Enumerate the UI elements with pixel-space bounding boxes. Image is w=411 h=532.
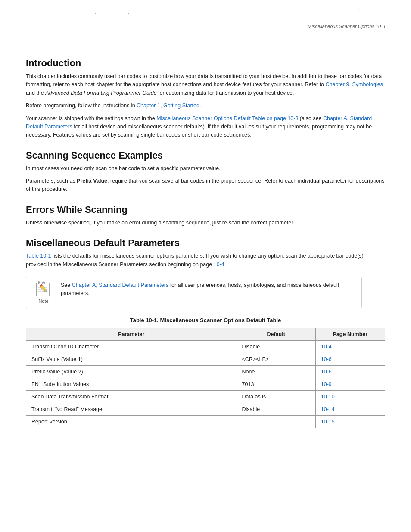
main-content: Introduction This chapter includes commo… — [0, 34, 411, 458]
table-cell-param: Transmit Code ID Character — [26, 340, 237, 353]
defaults-table: Parameter Default Page Number Transmit C… — [26, 328, 385, 428]
table-row: Scan Data Transmission FormatData as is1… — [26, 390, 385, 403]
header-tab-right — [308, 9, 359, 22]
table-row: Report Version10-15 — [26, 415, 385, 428]
table-cell-page[interactable]: 10-6 — [315, 353, 385, 365]
page10-4-link[interactable]: 10-4 — [214, 261, 224, 268]
scanning-para2: Parameters, such as Prefix Value, requir… — [26, 177, 385, 194]
table-cell-page[interactable]: 10-10 — [315, 390, 385, 403]
introduction-para2: Before programming, follow the instructi… — [26, 102, 385, 110]
table-row: Transmit "No Read" MessageDisable10-14 — [26, 403, 385, 415]
introduction-para1: This chapter includes commonly used bar … — [26, 72, 385, 97]
note-pencil-icon — [34, 281, 53, 298]
page-number-link[interactable]: 10-15 — [321, 419, 335, 425]
table-title: Table 10-1. Miscellaneous Scanner Option… — [26, 317, 385, 324]
table-cell-page[interactable]: 10-15 — [315, 415, 385, 428]
page-number-link[interactable]: 10-6 — [321, 369, 332, 375]
note-icon-container: Note — [32, 281, 55, 304]
col-header-default: Default — [237, 328, 315, 340]
chapter1-link[interactable]: Chapter 1, Getting Started. — [137, 103, 201, 109]
page-number: Miscellaneous Scanner Options 10-3 — [308, 24, 385, 29]
table10-1-link[interactable]: Table 10-1 — [26, 253, 51, 259]
table-cell-default: None — [237, 365, 315, 378]
page-header: Miscellaneous Scanner Options 10-3 — [0, 0, 411, 34]
errors-para1: Unless otherwise specified, if you make … — [26, 219, 385, 227]
page-number-link[interactable]: 10-4 — [321, 344, 332, 350]
table-header-row: Parameter Default Page Number — [26, 328, 385, 340]
header-tab-left — [95, 13, 129, 22]
table-cell-param: Scan Data Transmission Format — [26, 390, 237, 403]
table-cell-default: 7013 — [237, 378, 315, 390]
table-row: Prefix Value (Value 2)None10-6 — [26, 365, 385, 378]
page-number-link[interactable]: 10-9 — [321, 381, 332, 387]
note-content: See Chapter A, Standard Default Paramete… — [61, 281, 355, 298]
introduction-heading: Introduction — [26, 58, 385, 69]
chapter-a-link-note[interactable]: Chapter A, Standard Default Parameters — [72, 282, 168, 288]
page-number-link[interactable]: 10-6 — [321, 356, 332, 362]
table-cell-param: Transmit "No Read" Message — [26, 403, 237, 415]
introduction-para3: Your scanner is shipped with the setting… — [26, 115, 385, 140]
scanning-para1: In most cases you need only scan one bar… — [26, 165, 385, 173]
scanning-heading: Scanning Sequence Examples — [26, 150, 385, 161]
misc-para1: Table 10-1 lists the defaults for miscel… — [26, 252, 385, 269]
table-cell-page[interactable]: 10-14 — [315, 403, 385, 415]
table-row: Suffix Value (Value 1)<CR><LF>10-6 — [26, 353, 385, 365]
chapter9-link[interactable]: Chapter 9, Symbologies — [326, 81, 383, 87]
table-row: FN1 Substitution Values701310-9 — [26, 378, 385, 390]
table-cell-default: Disable — [237, 340, 315, 353]
table-cell-param: FN1 Substitution Values — [26, 378, 237, 390]
table-cell-param: Report Version — [26, 415, 237, 428]
table-cell-param: Suffix Value (Value 1) — [26, 353, 237, 365]
col-header-page: Page Number — [315, 328, 385, 340]
table-cell-default — [237, 415, 315, 428]
table-cell-default: <CR><LF> — [237, 353, 315, 365]
misc-table-link[interactable]: Miscellaneous Scanner Options Default Ta… — [156, 115, 298, 121]
page-number-link[interactable]: 10-14 — [321, 406, 335, 412]
table-row: Transmit Code ID CharacterDisable10-4 — [26, 340, 385, 353]
table-cell-default: Data as is — [237, 390, 315, 403]
note-box: Note See Chapter A, Standard Default Par… — [26, 277, 362, 308]
col-header-parameter: Parameter — [26, 328, 237, 340]
note-label: Note — [38, 299, 48, 304]
errors-heading: Errors While Scanning — [26, 204, 385, 215]
table-cell-page[interactable]: 10-6 — [315, 365, 385, 378]
misc-heading: Miscellaneous Default Parameters — [26, 237, 385, 249]
table-cell-param: Prefix Value (Value 2) — [26, 365, 237, 378]
table-cell-page[interactable]: 10-4 — [315, 340, 385, 353]
page-number-link[interactable]: 10-10 — [321, 394, 335, 400]
table-cell-default: Disable — [237, 403, 315, 415]
table-cell-page[interactable]: 10-9 — [315, 378, 385, 390]
